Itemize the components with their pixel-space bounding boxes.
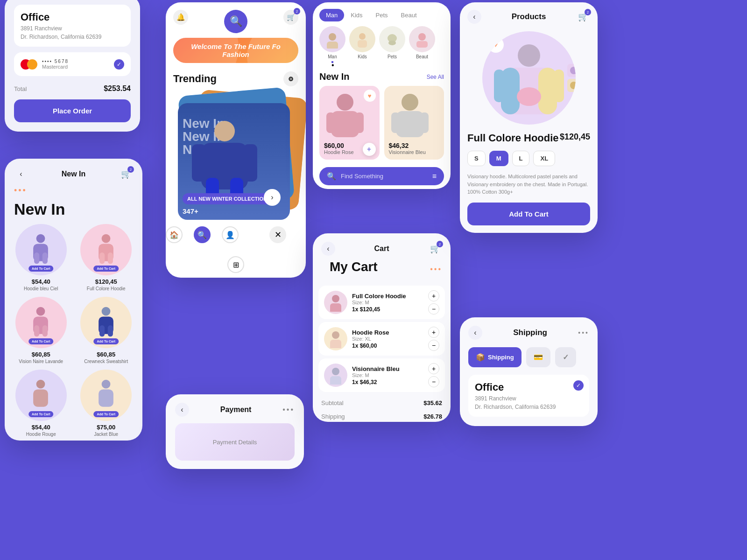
cart-icon-button[interactable]: 🛒 2 (428, 242, 442, 256)
bell-icon[interactable]: 🔔 (173, 10, 188, 25)
qty-increase-2[interactable]: + (428, 327, 439, 338)
svg-point-60 (517, 87, 541, 106)
payment-menu[interactable]: ••• (282, 406, 295, 414)
home-nav-button[interactable]: 🏠 (166, 226, 183, 243)
profile-nav-button[interactable]: 👤 (222, 226, 239, 243)
cart-item-price-3: 1x $46,32 (352, 379, 423, 385)
trend-count: 347+ (183, 207, 198, 215)
add-to-cart-badge[interactable]: Add To Cart (93, 266, 119, 272)
cat-avatar-beauty[interactable]: Beaut (409, 26, 435, 63)
cart-icon[interactable]: 🛒 2 (283, 10, 298, 25)
svg-rect-39 (416, 41, 428, 48)
search-nav-button[interactable]: 🔍 (194, 226, 211, 243)
products-title: Products (481, 12, 576, 21)
products-back-button[interactable]: ‹ (467, 10, 481, 24)
qty-decrease-1[interactable]: − (428, 303, 439, 315)
add-product-button-1[interactable]: + (363, 143, 376, 156)
search-button[interactable]: 🔍 (224, 10, 247, 33)
shipping-back-button[interactable]: ‹ (468, 326, 482, 340)
shipping-step-1[interactable]: 📦 Shipping (468, 347, 521, 367)
add-to-cart-badge[interactable]: Add To Cart (28, 411, 54, 417)
tab-beauty[interactable]: Beaut (395, 9, 423, 21)
tab-pets[interactable]: Pets (369, 9, 395, 21)
see-all-link[interactable]: See All (427, 74, 444, 80)
svg-point-12 (101, 307, 110, 316)
cat-avatar-pets[interactable]: Pets (379, 26, 405, 63)
product-avatar: Add To Cart (80, 224, 132, 275)
place-order-button[interactable]: Place Order (14, 99, 131, 122)
svg-rect-7 (108, 252, 113, 264)
cart-badge: 2 (294, 8, 300, 14)
product-price: $60,85 (11, 351, 71, 358)
cart-item-size-1: Size: M (352, 300, 423, 305)
add-to-cart-badge[interactable]: Add To Cart (93, 411, 119, 417)
cart-item-image-2 (324, 327, 347, 350)
add-to-cart-badge[interactable]: Add To Cart (93, 338, 119, 344)
product-grid: Add To Cart $54,40 Hoodie bleu Ciel Add … (5, 220, 142, 441)
shipping-step-2[interactable]: 💳 (526, 347, 550, 367)
trend-card-front: New InNew InNew In ALL NEW WINTER COLLEC… (178, 103, 290, 220)
cat-avatar-man[interactable]: Man • (319, 26, 345, 63)
svg-point-26 (214, 121, 235, 141)
payment-card: ‹ Payment ••• Payment Details (166, 394, 304, 469)
person-figure (93, 379, 119, 412)
search-bar[interactable]: 🔍 Find Something ≡ (319, 167, 444, 185)
next-button[interactable]: › (264, 189, 281, 206)
cart-back-button[interactable]: ‹ (321, 242, 335, 256)
list-item: Add To Cart $120,45 Full Colore Hoodie (77, 224, 136, 291)
shipping-step-icon: 📦 (476, 353, 485, 362)
size-xl[interactable]: XL (533, 151, 555, 166)
shipping-address-2: Dr. Richardson, California 62639 (475, 404, 583, 410)
qty-decrease-3[interactable]: − (428, 376, 439, 387)
mastercard-icon (21, 59, 37, 70)
size-s[interactable]: S (467, 151, 486, 166)
size-l[interactable]: L (512, 151, 530, 166)
subtotal-row: Subtotal $35.62 (313, 395, 451, 408)
svg-rect-15 (108, 325, 113, 336)
dots-menu[interactable]: ••• (5, 181, 142, 196)
wishlist-button-1[interactable]: ♥ (364, 90, 376, 102)
shipping-menu[interactable]: ••• (578, 329, 589, 336)
size-m[interactable]: M (489, 151, 508, 166)
my-cart-title: My Cart (321, 259, 386, 279)
cart-button[interactable]: 🛒 2 (119, 167, 133, 181)
qty-controls-1: + − (428, 290, 439, 315)
grid-button[interactable]: ⊞ (227, 256, 244, 273)
add-to-cart-button[interactable]: Add To Cart (467, 203, 590, 225)
qty-increase-1[interactable]: + (428, 290, 439, 301)
svg-point-50 (332, 331, 339, 339)
cat-avatar-kids[interactable]: Kids (349, 26, 375, 63)
close-button[interactable]: ✕ (269, 226, 286, 243)
fashion-section-header: New In See All (313, 68, 451, 82)
winter-collection-label: ALL NEW WINTER COLLECTION (183, 193, 272, 204)
tab-man[interactable]: Man (319, 9, 344, 21)
cart-item-price-1: 1x $120,45 (352, 306, 423, 313)
svg-rect-29 (243, 144, 257, 182)
product-description: Visionary hoodie. Multicolored pastel pa… (467, 173, 590, 196)
cart-item-size-3: Size: M (352, 372, 423, 378)
back-button[interactable]: ‹ (14, 167, 28, 181)
cat-label-pets: Pets (388, 54, 397, 59)
add-to-cart-badge[interactable]: Add To Cart (28, 266, 54, 272)
filter-icon[interactable]: ≡ (432, 172, 437, 181)
tab-kids[interactable]: Kids (344, 9, 369, 21)
product-name: Full Colore Hoodie (467, 132, 559, 144)
list-item: Add To Cart $60,85 Vision Naire Lavande (11, 297, 71, 364)
shipping-step-3[interactable]: ✓ (555, 347, 576, 367)
payment-back-button[interactable]: ‹ (175, 403, 189, 417)
newin-header: ‹ New In 🛒 2 (5, 159, 142, 181)
confirm-step-icon: ✓ (563, 353, 569, 362)
qty-increase-3[interactable]: + (428, 363, 439, 374)
products-cart-icon[interactable]: 🛒 2 (576, 10, 590, 24)
svg-point-16 (36, 380, 45, 389)
qty-decrease-2[interactable]: − (428, 340, 439, 351)
product-wishlist-button[interactable]: ♥ (488, 37, 504, 53)
cart-options-menu[interactable]: ••• (430, 265, 442, 273)
svg-rect-11 (42, 325, 48, 336)
product-name: Vision Naire Lavande (11, 359, 71, 364)
filter-icon[interactable]: ⚙ (283, 71, 298, 86)
svg-rect-47 (420, 112, 429, 133)
product-avatar: Add To Cart (15, 297, 67, 348)
subtotal-label: Subtotal (321, 399, 344, 406)
add-to-cart-badge[interactable]: Add To Cart (28, 338, 54, 344)
